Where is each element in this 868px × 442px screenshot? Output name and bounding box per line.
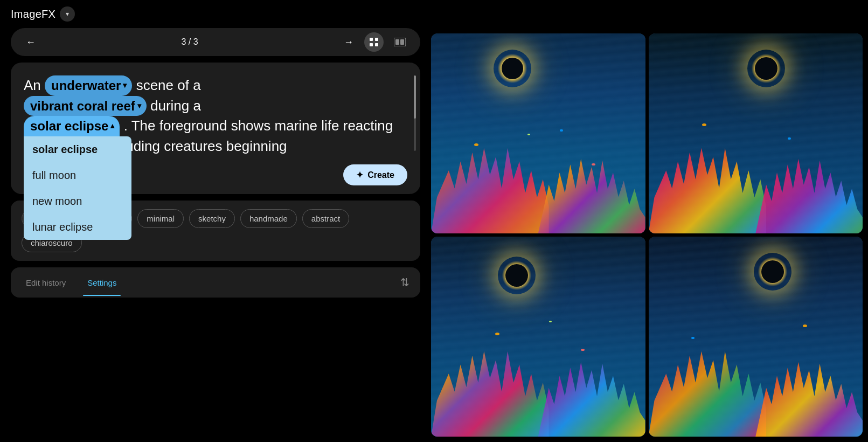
eclipse-dropdown: solar eclipse full moon new moon lunar e… [24,136,131,240]
left-panel: ← 3 / 3 → [0,28,431,442]
svg-rect-1 [375,38,378,41]
eclipse-4 [754,253,791,291]
image-cell-4[interactable] [649,237,863,437]
star-icon: ✦ [356,170,363,180]
prev-button[interactable]: ← [22,34,40,50]
svg-rect-2 [370,43,373,46]
create-label: Create [367,170,394,180]
svg-rect-5 [395,39,399,45]
expand-icon: ⇅ [400,276,409,289]
main-layout: ← 3 / 3 → [0,28,868,442]
fish-1 [474,143,478,146]
fish-4 [527,134,530,135]
arrow-right-icon: → [344,37,353,47]
style-chip-handmade[interactable]: handmade [240,209,297,228]
next-button[interactable]: → [339,34,358,50]
coral-base-3 [431,347,645,437]
filmstrip-view-button[interactable] [390,32,409,52]
coral-base-4 [649,347,863,437]
fish-2 [560,129,563,132]
scroll-thumb [414,75,416,119]
style-chip-abstract[interactable]: abstract [302,209,349,228]
chip-solar-eclipse[interactable]: solar eclipse ▴ [24,116,120,136]
arrow-left-icon: ← [26,37,36,47]
style-chip-minimal[interactable]: minimal [137,209,184,228]
eclipse-2 [747,50,785,87]
tab-edit-history[interactable]: Edit history [22,270,70,296]
prompt-mid1: scene of a [136,77,201,93]
tab-settings[interactable]: Settings [83,270,121,296]
image-cell-3[interactable] [431,237,645,437]
chevron-down-icon: ▾ [66,10,69,18]
prompt-text: An underwater ▾ scene of a vibrant coral… [24,75,407,156]
dropdown-item-new-moon[interactable]: new moon [24,188,131,214]
prompt-mid2: during a [150,98,201,114]
bottom-tabs-bar: Edit history Settings ⇅ [11,267,420,298]
style-chip-abstract-label: abstract [311,214,340,223]
tab-settings-label: Settings [87,278,116,287]
eclipse-3 [498,257,536,294]
logo-text: ImageFX [11,8,55,20]
chip-underwater[interactable]: underwater ▾ [45,75,132,96]
logo-dropdown-button[interactable]: ▾ [60,6,75,22]
chip-solar-eclipse-label: solar eclipse [30,117,108,135]
coral-base-1 [431,143,645,233]
scroll-indicator [414,75,416,151]
coral-base-2 [649,143,863,233]
grid-view-button[interactable] [364,32,384,52]
image-grid [431,28,868,442]
dropdown-item-full-moon[interactable]: full moon [24,162,131,188]
chip-coral-reef-label: vibrant coral reef [30,97,135,115]
grid-icon [369,37,379,47]
chip-underwater-label: underwater [51,77,121,95]
prompt-prefix: An [24,77,41,93]
dropdown-item-solar-eclipse[interactable]: solar eclipse [24,136,131,162]
dropdown-item-lunar-eclipse[interactable]: lunar eclipse [24,214,131,240]
svg-rect-0 [370,38,373,41]
image-cell-1[interactable] [431,33,645,233]
style-chip-minimal-label: minimal [147,214,175,223]
navigation-bar: ← 3 / 3 → [11,28,420,56]
chip-coral-reef[interactable]: vibrant coral reef ▾ [24,96,147,116]
style-chip-sketchy-label: sketchy [198,214,226,223]
style-chip-handmade-label: handmade [249,214,288,223]
chip-coral-reef-arrow: ▾ [137,101,141,112]
chip-solar-eclipse-arrow: ▴ [110,121,114,132]
filmstrip-icon [394,38,406,46]
header: ImageFX ▾ [0,0,868,28]
tab-edit-history-label: Edit history [26,278,66,287]
style-chip-sketchy[interactable]: sketchy [189,209,235,228]
create-button[interactable]: ✦ Create [343,164,407,185]
svg-rect-3 [375,43,378,46]
image-cell-2[interactable] [649,33,863,233]
chip-underwater-arrow: ▾ [123,80,127,91]
expand-button[interactable]: ⇅ [400,276,409,289]
svg-rect-6 [400,39,404,45]
nav-counter: 3 / 3 [46,37,333,47]
eclipse-1 [494,50,531,87]
prompt-area: An underwater ▾ scene of a vibrant coral… [11,63,420,194]
